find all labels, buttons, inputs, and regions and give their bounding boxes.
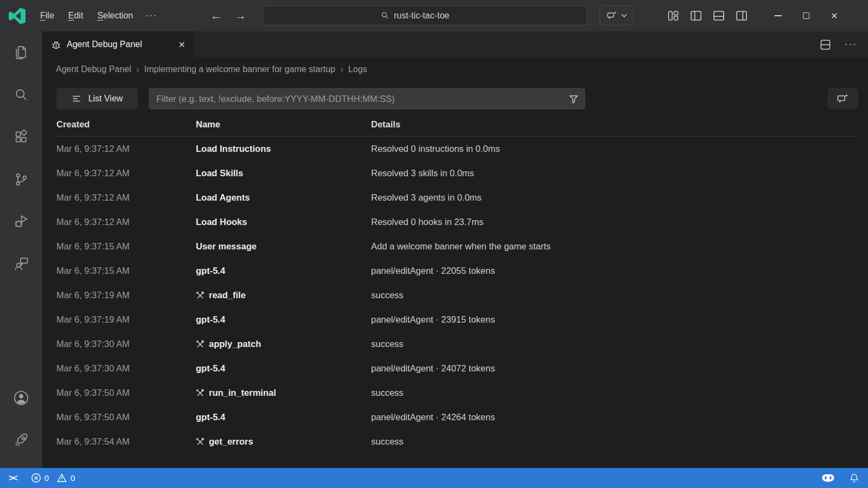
table-row[interactable]: Mar 6, 9:37:15 AM gpt-5.4 panel/editAgen… (56, 259, 854, 283)
forward-button[interactable]: → (235, 9, 246, 22)
back-button[interactable]: ← (210, 9, 222, 22)
row-name: Load Agents (196, 192, 371, 203)
sidebar-item-source-control[interactable] (0, 158, 42, 201)
table-row[interactable]: Mar 6, 9:37:50 AM run_in_terminal succes… (56, 381, 854, 405)
open-chat-button[interactable] (827, 88, 858, 110)
warning-count: 0 (71, 473, 75, 483)
row-name-text: User message (196, 241, 257, 252)
maximize-icon (803, 12, 809, 19)
table-row[interactable]: Mar 6, 9:37:12 AM Load Hooks Resolved 0 … (56, 210, 854, 234)
row-details: panel/editAgent · 23915 tokens (371, 314, 854, 325)
breadcrumb-item[interactable]: Implementing a welcome banner for game s… (144, 65, 335, 74)
row-details: panel/editAgent · 24264 tokens (371, 412, 854, 422)
row-name: Load Skills (196, 168, 371, 178)
minimize-button[interactable] (764, 0, 792, 31)
row-created: Mar 6, 9:37:12 AM (56, 192, 196, 203)
sidebar-item-chat[interactable] (0, 243, 42, 285)
row-name-text: apply_patch (209, 339, 261, 349)
table-row[interactable]: Mar 6, 9:37:19 AM read_file success (56, 283, 854, 307)
tools-icon (196, 340, 205, 349)
copilot-chat-icon (837, 93, 849, 105)
source-control-icon (14, 172, 29, 187)
filter-funnel-icon[interactable] (569, 94, 579, 104)
sidebar-item-extensions[interactable] (0, 116, 42, 158)
toggle-primary-sidebar-icon[interactable] (690, 9, 703, 22)
table-row[interactable]: Mar 6, 9:37:12 AM Load Skills Resolved 3… (56, 161, 854, 185)
tools-icon (196, 291, 205, 300)
log-table: Created Name Details Mar 6, 9:37:12 AM L… (56, 113, 854, 454)
menu-selection[interactable]: Selection (90, 8, 140, 24)
editor-area: Agent Debug Panel ✕ ··· Agent Debug Pane… (42, 31, 868, 468)
row-name: gpt-5.4 (196, 266, 371, 276)
rocket-button[interactable] (0, 419, 42, 461)
row-created: Mar 6, 9:37:12 AM (56, 217, 196, 227)
problems-warnings[interactable]: 0 (56, 473, 75, 483)
tab-agent-debug-panel[interactable]: Agent Debug Panel ✕ (42, 31, 194, 57)
search-input[interactable] (394, 11, 470, 21)
search-icon (380, 11, 390, 20)
column-header-name[interactable]: Name (196, 119, 371, 130)
row-name-text: read_file (209, 290, 246, 300)
toggle-secondary-sidebar-icon[interactable] (735, 9, 748, 22)
row-name-text: Load Skills (196, 168, 243, 178)
menu-file[interactable]: File (33, 8, 61, 24)
row-details: success (371, 290, 854, 300)
row-created: Mar 6, 9:37:30 AM (56, 363, 196, 374)
row-name-text: get_errors (209, 436, 253, 447)
sidebar-item-run-debug[interactable] (0, 201, 42, 243)
table-row[interactable]: Mar 6, 9:37:50 AM gpt-5.4 panel/editAgen… (56, 405, 854, 429)
close-window-button[interactable]: ✕ (820, 0, 848, 31)
command-center-search[interactable] (263, 5, 588, 25)
split-editor-icon[interactable] (819, 38, 832, 51)
notifications-bell-icon[interactable] (849, 473, 859, 484)
close-icon: ✕ (831, 11, 838, 21)
customize-layout-icon[interactable] (667, 9, 680, 22)
maximize-button[interactable] (792, 0, 820, 31)
row-created: Mar 6, 9:37:12 AM (56, 144, 196, 154)
breadcrumb: Agent Debug Panel›Implementing a welcome… (42, 57, 868, 81)
accounts-button[interactable] (0, 377, 42, 419)
table-header-row: Created Name Details (56, 113, 854, 137)
row-name: Load Instructions (196, 144, 371, 154)
toggle-panel-icon[interactable] (712, 9, 725, 22)
filter-input[interactable] (156, 94, 569, 104)
row-name-text: run_in_terminal (209, 388, 276, 398)
row-created: Mar 6, 9:37:54 AM (56, 436, 196, 447)
row-created: Mar 6, 9:37:50 AM (56, 388, 196, 398)
table-row[interactable]: Mar 6, 9:37:12 AM Load Instructions Reso… (56, 137, 854, 161)
more-actions-icon[interactable]: ··· (845, 39, 857, 50)
status-bar: >< 0 0 (0, 468, 868, 488)
row-name-text: Load Instructions (196, 144, 271, 154)
tab-title: Agent Debug Panel (67, 40, 172, 49)
table-row[interactable]: Mar 6, 9:37:19 AM gpt-5.4 panel/editAgen… (56, 307, 854, 332)
sidebar-item-search[interactable] (0, 74, 42, 116)
row-created: Mar 6, 9:37:15 AM (56, 266, 196, 276)
breadcrumb-separator-icon: › (340, 64, 343, 75)
vscode-logo-icon (9, 8, 25, 24)
filter-box[interactable] (149, 88, 585, 110)
menu-overflow-button[interactable]: ··· (140, 8, 163, 24)
problems-errors[interactable]: 0 (31, 473, 49, 483)
row-name-text: gpt-5.4 (196, 266, 225, 276)
breadcrumb-item[interactable]: Agent Debug Panel (56, 65, 131, 74)
table-row[interactable]: Mar 6, 9:37:12 AM Load Agents Resolved 3… (56, 185, 854, 210)
table-row[interactable]: Mar 6, 9:37:30 AM gpt-5.4 panel/editAgen… (56, 356, 854, 381)
column-header-details[interactable]: Details (371, 119, 854, 130)
row-name: gpt-5.4 (196, 412, 371, 422)
menu-edit[interactable]: Edit (61, 8, 91, 24)
breadcrumb-item[interactable]: Logs (348, 65, 367, 74)
list-view-button[interactable]: List View (56, 88, 138, 110)
remote-indicator-icon[interactable]: >< (9, 473, 17, 483)
sidebar-item-explorer[interactable] (0, 31, 42, 74)
column-header-created[interactable]: Created (56, 119, 196, 130)
table-row[interactable]: Mar 6, 9:37:54 AM get_errors success (56, 429, 854, 454)
table-row[interactable]: Mar 6, 9:37:30 AM apply_patch success (56, 332, 854, 356)
tab-close-icon[interactable]: ✕ (177, 40, 187, 50)
copilot-menu-button[interactable] (599, 5, 634, 25)
row-details: Add a welcome banner when the game start… (371, 241, 854, 252)
run-and-debug-icon (14, 214, 29, 229)
table-row[interactable]: Mar 6, 9:37:15 AM User message Add a wel… (56, 234, 854, 259)
minimize-icon (775, 15, 782, 16)
row-name: gpt-5.4 (196, 314, 371, 325)
copilot-status-icon[interactable] (821, 472, 835, 484)
